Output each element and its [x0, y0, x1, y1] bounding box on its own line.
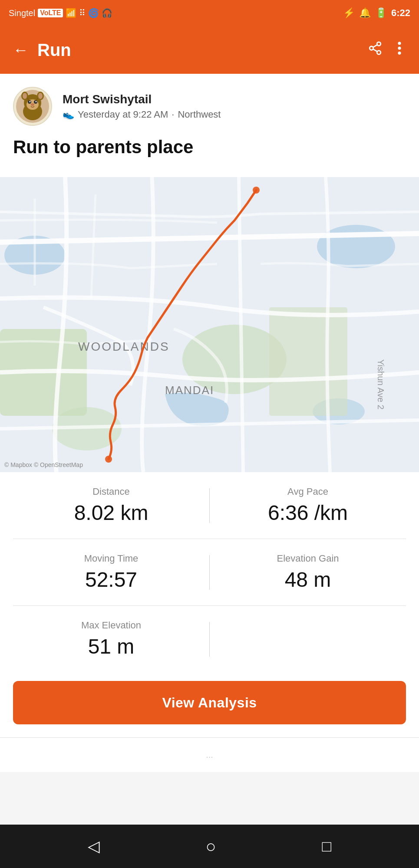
- more-button[interactable]: [393, 41, 406, 59]
- time-display: 6:22: [391, 7, 410, 19]
- bluetooth-icon: ⚡: [343, 7, 355, 19]
- distance-value: 8.02 km: [13, 501, 209, 525]
- svg-point-14: [38, 93, 43, 99]
- user-meta: 👟 Yesterday at 9:22 AM · Northwest: [63, 109, 221, 120]
- svg-text:MANDAI: MANDAI: [165, 384, 214, 397]
- svg-point-5: [398, 42, 401, 45]
- max-elevation-label: Max Elevation: [13, 620, 209, 631]
- elevation-gain-value: 48 m: [210, 568, 406, 592]
- svg-point-7: [398, 52, 401, 55]
- stats-section: Distance 8.02 km Avg Pace 6:36 /km Movin…: [0, 472, 419, 672]
- status-right: ⚡ 🔔 🔋 6:22: [343, 7, 410, 19]
- carrier-info: Singtel VoLTE 📶 ⠿ 🌀 🎧: [9, 8, 112, 18]
- elevation-gain-label: Elevation Gain: [210, 553, 406, 564]
- sync-icon: 🌀: [88, 8, 99, 18]
- svg-line-4: [373, 45, 377, 47]
- timestamp: Yesterday at 9:22 AM: [78, 109, 168, 120]
- user-details: Mort Swishytail 👟 Yesterday at 9:22 AM ·…: [63, 92, 221, 120]
- stats-row-3: Max Elevation 51 m: [13, 606, 406, 672]
- nav-actions: [368, 41, 406, 59]
- stats-row-1: Distance 8.02 km Avg Pace 6:36 /km: [13, 472, 406, 539]
- stat-elevation-gain: Elevation Gain 48 m: [210, 553, 406, 592]
- avg-pace-value: 6:36 /km: [210, 501, 406, 525]
- svg-rect-27: [269, 307, 347, 416]
- mute-icon: 🔔: [359, 7, 371, 19]
- svg-point-13: [23, 93, 27, 99]
- share-button[interactable]: [368, 41, 383, 59]
- svg-point-33: [105, 456, 112, 463]
- carrier-name: Singtel: [9, 8, 35, 18]
- nav-home-button[interactable]: ○: [206, 837, 216, 856]
- content-area: Mort Swishytail 👟 Yesterday at 9:22 AM ·…: [0, 74, 419, 177]
- page-title: Run: [37, 40, 368, 60]
- bottom-nav: ◁ ○ □: [0, 825, 419, 868]
- nav-back-button[interactable]: ◁: [88, 837, 100, 855]
- location: Northwest: [178, 109, 221, 120]
- bottom-partial: ...: [0, 737, 419, 772]
- map-container[interactable]: WOODLANDS MANDAI Yishun Ave 2 © Mapbox ©…: [0, 177, 419, 472]
- view-analysis-button[interactable]: View Analysis: [13, 681, 406, 724]
- max-elevation-value: 51 m: [13, 635, 209, 658]
- status-bar: Singtel VoLTE 📶 ⠿ 🌀 🎧 ⚡ 🔔 🔋 6:22: [0, 0, 419, 26]
- signal-dots: ⠿: [79, 8, 86, 18]
- back-button[interactable]: ←: [13, 41, 29, 59]
- svg-point-20: [31, 103, 34, 106]
- stat-moving-time: Moving Time 52:57: [13, 553, 209, 592]
- stat-distance: Distance 8.02 km: [13, 486, 209, 525]
- user-info: Mort Swishytail 👟 Yesterday at 9:22 AM ·…: [13, 87, 406, 126]
- svg-text:WOODLANDS: WOODLANDS: [78, 340, 170, 353]
- stat-divider-3: [209, 622, 210, 657]
- network-strength: 📶: [66, 8, 76, 18]
- svg-text:Yishun Ave 2: Yishun Ave 2: [376, 359, 386, 410]
- distance-label: Distance: [13, 486, 209, 497]
- stats-row-2: Moving Time 52:57 Elevation Gain 48 m: [13, 539, 406, 606]
- activity-title: Run to parents place: [13, 136, 406, 158]
- svg-point-34: [253, 187, 260, 194]
- view-analysis-container: View Analysis: [0, 672, 419, 737]
- svg-line-3: [373, 49, 377, 52]
- stat-avg-pace: Avg Pace 6:36 /km: [210, 486, 406, 525]
- moving-time-label: Moving Time: [13, 553, 209, 564]
- nav-bar: ← Run: [0, 26, 419, 74]
- battery-icon: 🔋: [375, 7, 387, 19]
- avatar: [13, 87, 52, 126]
- headset-icon: 🎧: [102, 8, 112, 18]
- network-type: VoLTE: [38, 9, 63, 17]
- nav-recent-button[interactable]: □: [322, 837, 331, 855]
- bottom-label-1: ...: [206, 750, 213, 760]
- separator: ·: [172, 109, 174, 120]
- stat-max-elevation: Max Elevation 51 m: [13, 620, 209, 658]
- shoe-icon: 👟: [63, 109, 74, 120]
- svg-point-6: [398, 46, 401, 49]
- svg-point-18: [30, 101, 31, 102]
- moving-time-value: 52:57: [13, 568, 209, 592]
- svg-text:© Mapbox © OpenStreetMap: © Mapbox © OpenStreetMap: [4, 461, 83, 468]
- avg-pace-label: Avg Pace: [210, 486, 406, 497]
- user-name: Mort Swishytail: [63, 92, 221, 106]
